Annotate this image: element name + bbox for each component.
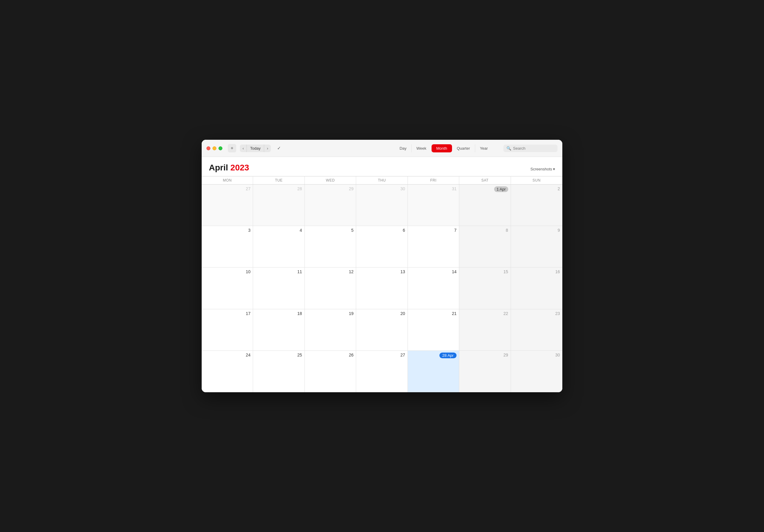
table-row[interactable]: 30 [356,185,408,226]
nav-group: ‹ Today › [240,145,271,152]
calendar-window: + ‹ Today › ✓ Day Week Month Quarter Yea… [202,140,562,392]
header-sun: SUN [511,176,562,184]
tab-week[interactable]: Week [412,144,432,152]
search-icon: 🔍 [506,146,511,151]
table-row[interactable]: 29 [459,351,511,392]
screenshots-button[interactable]: Screenshots ▾ [530,167,555,171]
table-row[interactable]: 1 Apr [459,185,511,226]
today-cell[interactable]: 28 Apr [408,351,459,392]
table-row[interactable]: 18 [253,309,304,351]
table-row[interactable]: 5 [305,226,356,267]
table-row[interactable]: 27 [202,185,253,226]
header-mon: MON [202,176,253,184]
calendar-header: April 2023 Screenshots ▾ [202,157,562,176]
tab-quarter[interactable]: Quarter [452,144,475,152]
calendar-grid: 27 28 29 30 31 1 Apr 2 3 4 5 6 7 8 9 10 … [202,185,562,392]
table-row[interactable]: 27 [356,351,408,392]
search-box[interactable]: 🔍 [503,145,557,152]
titlebar: + ‹ Today › ✓ Day Week Month Quarter Yea… [202,140,562,157]
table-row[interactable]: 14 [408,267,459,309]
tab-day[interactable]: Day [395,144,412,152]
table-row[interactable]: 2 [511,185,562,226]
next-button[interactable]: › [264,145,271,152]
table-row[interactable]: 20 [356,309,408,351]
header-tue: TUE [253,176,304,184]
table-row[interactable]: 8 [459,226,511,267]
month-label: April [209,163,228,172]
tab-month[interactable]: Month [432,144,452,152]
table-row[interactable]: 4 [253,226,304,267]
table-row[interactable]: 19 [305,309,356,351]
check-button[interactable]: ✓ [275,144,284,152]
table-row[interactable]: 22 [459,309,511,351]
today-button[interactable]: Today [247,145,264,152]
header-wed: WED [305,176,356,184]
table-row[interactable]: 12 [305,267,356,309]
header-fri: FRI [408,176,459,184]
year-label: 2023 [231,163,249,172]
table-row[interactable]: 28 [253,185,304,226]
table-row[interactable]: 25 [253,351,304,392]
table-row[interactable]: 13 [356,267,408,309]
table-row[interactable]: 23 [511,309,562,351]
tab-year[interactable]: Year [475,144,492,152]
table-row[interactable]: 31 [408,185,459,226]
month-title: April 2023 [209,163,249,173]
search-input[interactable] [513,146,554,151]
table-row[interactable]: 15 [459,267,511,309]
table-row[interactable]: 30 [511,351,562,392]
table-row[interactable]: 7 [408,226,459,267]
traffic-lights [207,146,222,150]
table-row[interactable]: 16 [511,267,562,309]
header-thu: THU [356,176,408,184]
table-row[interactable]: 10 [202,267,253,309]
table-row[interactable]: 6 [356,226,408,267]
day-headers: MON TUE WED THU FRI SAT SUN [202,176,562,185]
table-row[interactable]: 3 [202,226,253,267]
prev-button[interactable]: ‹ [240,145,247,152]
table-row[interactable]: 21 [408,309,459,351]
table-row[interactable]: 17 [202,309,253,351]
table-row[interactable]: 29 [305,185,356,226]
header-sat: SAT [459,176,511,184]
maximize-button[interactable] [219,146,222,150]
close-button[interactable] [207,146,210,150]
add-event-button[interactable]: + [228,144,236,152]
view-tabs: Day Week Month Quarter Year [395,144,492,152]
table-row[interactable]: 26 [305,351,356,392]
minimize-button[interactable] [213,146,216,150]
table-row[interactable]: 9 [511,226,562,267]
table-row[interactable]: 11 [253,267,304,309]
calendar-container: April 2023 Screenshots ▾ MON TUE WED THU… [202,157,562,392]
table-row[interactable]: 24 [202,351,253,392]
